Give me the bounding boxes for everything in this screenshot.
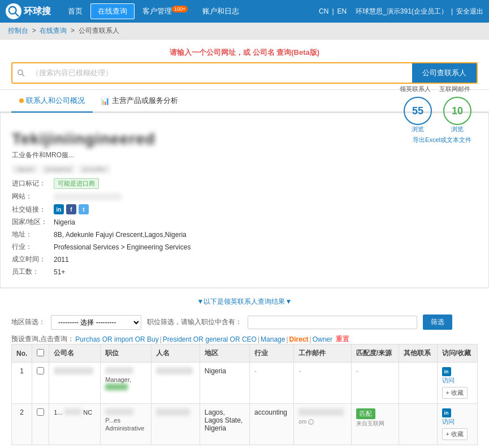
breadcrumb-dashboard[interactable]: 控制台 — [8, 27, 28, 35]
row2-email: om i — [294, 404, 351, 445]
table-row: 1 Manager, Nigeria - - - — [12, 363, 478, 404]
breadcrumb: 控制台 > 在线查询 > 公司查联系人 — [0, 23, 489, 40]
col-industry: 行业 — [249, 344, 293, 363]
row2-visit-link[interactable]: 访问 — [442, 417, 473, 426]
social-row: 社交链接： in f t — [12, 204, 477, 214]
svg-text:i: i — [310, 421, 310, 424]
row2-company: 1... NC — [49, 404, 101, 445]
col-check — [32, 344, 49, 363]
svg-point-2 — [18, 70, 23, 75]
position-filter-input[interactable] — [248, 316, 417, 329]
row2-no: 2 — [12, 404, 32, 445]
row1-action: in 访问 + 收藏 — [437, 363, 477, 404]
export-link[interactable]: 导出Excel或文本文件 — [398, 136, 471, 144]
counter-labels: 领英联系人 互联网邮件 — [398, 85, 471, 93]
industry-value: Professional Services > Engineering Serv… — [54, 243, 191, 251]
address-label: 地址： — [12, 230, 51, 239]
row1-no: 1 — [12, 363, 32, 404]
country-row: 国家/地区： Nigeria — [12, 217, 477, 227]
row2-name — [152, 404, 200, 445]
lang-en[interactable]: EN — [337, 7, 347, 15]
founded-label: 成立时间： — [12, 255, 51, 264]
nav-online-query[interactable]: 在线查询 — [90, 3, 135, 19]
company-name: Tekijiniingineered — [12, 130, 155, 148]
row1-industry: - — [249, 363, 293, 404]
company-section: 领英联系人 互联网邮件 55 浏览 10 浏览 导出Excel或文本文件 Tek… — [0, 113, 489, 288]
row2-checkbox[interactable] — [37, 408, 44, 416]
email-counter-wrap: 10 浏览 — [443, 97, 471, 133]
preset-president[interactable]: President OR general OR CEO — [163, 335, 257, 343]
facebook-icon[interactable]: f — [66, 204, 76, 214]
row2-match: 匹配 来自互联网 — [351, 404, 399, 445]
row2-position: P...es Administrative — [101, 404, 152, 445]
preset-purchas[interactable]: Purchas OR import OR Buy — [75, 335, 158, 343]
row2-check[interactable] — [32, 404, 49, 445]
preset-owner[interactable]: Owner — [313, 335, 332, 343]
contacts-counter: 领英联系人 互联网邮件 55 浏览 10 浏览 导出Excel或文本文件 — [398, 85, 471, 144]
row1-collect-btn[interactable]: + 收藏 — [442, 387, 468, 399]
nav-left: 环球搜 首页 在线查询 客户管理100+ 账户和日志 — [6, 3, 246, 19]
row1-position: Manager, — [101, 363, 152, 404]
preset-direct[interactable]: Direct — [289, 335, 309, 343]
linkedin-icon[interactable]: in — [54, 204, 64, 214]
linkedin-counter-label: 领英联系人 — [398, 85, 432, 93]
employees-row: 员工数： 51+ — [12, 267, 477, 277]
row1-check[interactable] — [32, 363, 49, 404]
nav-customer-management[interactable]: 客户管理100+ — [136, 4, 194, 19]
linkedin-counter-wrap: 55 浏览 — [404, 97, 432, 133]
results-header: ▼以下是领英联系人查询结果▼ — [11, 297, 478, 307]
search-input[interactable] — [29, 65, 412, 81]
import-badge[interactable]: 可能是进口商 — [54, 178, 99, 189]
breadcrumb-online-query[interactable]: 在线查询 — [40, 27, 67, 35]
preset-manage[interactable]: Manage — [261, 335, 285, 343]
reset-link[interactable]: 重置 — [336, 334, 349, 344]
website-value[interactable] — [54, 193, 122, 201]
top-navigation: 环球搜 首页 在线查询 客户管理100+ 账户和日志 CN | EN 环球慧思_… — [0, 0, 489, 23]
email-count-badge[interactable]: 10 — [443, 97, 471, 125]
col-other: 其他联系 — [399, 344, 437, 363]
search-hint: 请输入一个公司网址，或 公司名 查询(Beta版) — [11, 48, 478, 58]
industry-row: 行业： Professional Services > Engineering … — [12, 242, 477, 252]
row1-match: - — [351, 363, 399, 404]
tag3: provider — [79, 165, 110, 174]
nav-badge: 100+ — [172, 6, 188, 12]
search-button[interactable]: 公司查联系人 — [412, 63, 477, 83]
select-all-checkbox[interactable] — [37, 349, 44, 356]
logout-link[interactable]: 安全退出 — [456, 7, 483, 16]
lang-cn[interactable]: CN — [319, 7, 328, 15]
row2-linkedin-icon[interactable]: in — [442, 408, 451, 417]
row1-checkbox[interactable] — [37, 367, 44, 374]
nav-home[interactable]: 首页 — [61, 4, 89, 19]
twitter-icon[interactable]: t — [79, 204, 89, 214]
email-counter-label: 互联网邮件 — [438, 85, 471, 93]
col-action: 访问/收藏 — [437, 344, 477, 363]
search-hint-highlight: 公司名 — [253, 48, 275, 57]
filter-button[interactable]: 筛选 — [423, 315, 452, 330]
col-company: 公司名 — [49, 344, 101, 363]
row1-email: - — [294, 363, 351, 404]
country-label: 国家/地区： — [12, 217, 51, 227]
founded-value: 2011 — [54, 256, 69, 264]
source-text: 来自互联网 — [356, 420, 384, 427]
import-label: 进口标记： — [12, 179, 51, 188]
col-name: 人名 — [152, 344, 200, 363]
row2-region: Lagos,Lagos State,Nigeria — [200, 404, 249, 445]
region-select[interactable]: --------- 选择 --------- — [51, 315, 141, 330]
tab-contacts-overview[interactable]: 联系人和公司概况 — [11, 90, 93, 113]
counter-badges: 55 浏览 10 浏览 — [398, 97, 471, 133]
row1-name — [152, 363, 200, 404]
preset-row: 预设查询,点击查询： Purchas OR import OR Buy | Pr… — [11, 334, 478, 344]
svg-line-1 — [15, 13, 19, 16]
nav-account-log[interactable]: 账户和日志 — [196, 4, 246, 19]
email-browse-link[interactable]: 浏览 — [443, 125, 471, 133]
tab-product-analysis[interactable]: 📊 主营产品或服务分析 — [93, 90, 186, 113]
row1-linkedin-icon[interactable]: in — [442, 367, 451, 376]
row1-visit-link[interactable]: 访问 — [442, 376, 473, 385]
linkedin-browse-link[interactable]: 浏览 — [404, 125, 432, 133]
import-row: 进口标记： 可能是进口商 — [12, 178, 477, 189]
row2-collect-btn[interactable]: + 收藏 — [442, 428, 468, 440]
logo[interactable]: 环球搜 — [6, 3, 51, 19]
linkedin-count-badge[interactable]: 55 — [404, 97, 432, 125]
region-filter-label: 地区筛选： — [11, 317, 45, 327]
row2-action: in 访问 + 收藏 — [437, 404, 477, 445]
